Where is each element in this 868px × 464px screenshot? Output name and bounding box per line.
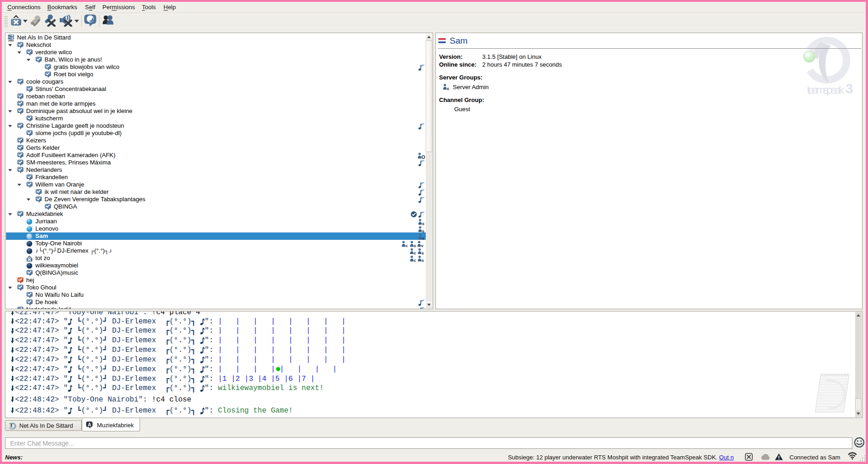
svg-text:A: A [88, 422, 91, 427]
svg-text:teamspeak: teamspeak [807, 84, 845, 96]
svg-text:3: 3 [845, 81, 853, 96]
